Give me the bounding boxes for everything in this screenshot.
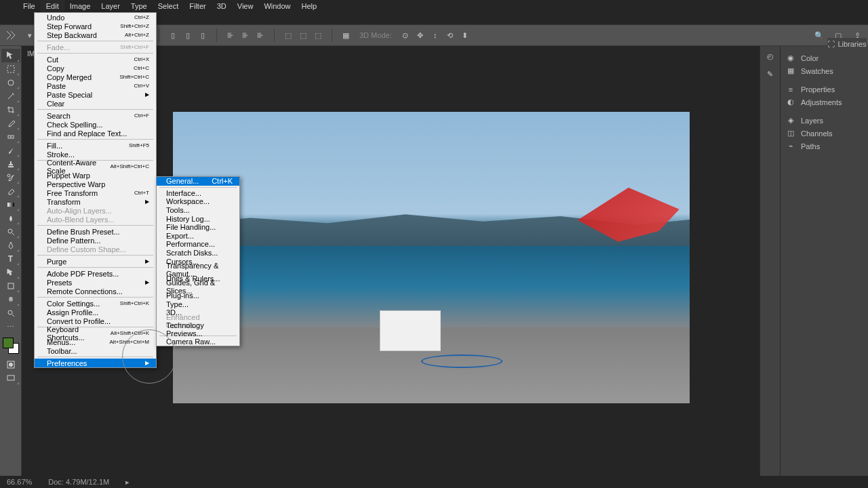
panel-adjustments[interactable]: ◐Adjustments bbox=[781, 96, 868, 108]
pen-tool[interactable] bbox=[1, 239, 20, 252]
menu-item-content-aware-scale[interactable]: Content-Aware ScaleAlt+Shift+Ctrl+C bbox=[35, 162, 156, 171]
submenu-item-camera-raw---[interactable]: Camera Raw... bbox=[157, 338, 239, 346]
menu-item-preferences[interactable]: Preferences▶ bbox=[35, 359, 156, 367]
dodge-tool[interactable] bbox=[1, 225, 20, 239]
menu-item-define-brush-preset---[interactable]: Define Brush Preset... bbox=[35, 227, 156, 236]
menu-item-free-transform[interactable]: Free TransformCtrl+T bbox=[35, 188, 156, 197]
menu-item-find-and-replace-text---[interactable]: Find and Replace Text... bbox=[35, 129, 156, 138]
menu-item-undo[interactable]: UndoCtrl+Z bbox=[35, 13, 156, 22]
align-h-icon[interactable]: ▯ bbox=[197, 30, 208, 41]
menu-item-clear[interactable]: Clear bbox=[35, 99, 156, 108]
move-tool[interactable] bbox=[1, 49, 20, 62]
submenu-item-history-log---[interactable]: History Log... bbox=[157, 214, 239, 223]
menu-window[interactable]: Window bbox=[258, 0, 296, 12]
zoom-tool[interactable] bbox=[1, 306, 20, 320]
auto-icon[interactable]: ⬚ bbox=[283, 30, 294, 41]
menu-item-paste[interactable]: PasteCtrl+V bbox=[35, 81, 156, 90]
submenu-item-technology-previews---[interactable]: Technology Previews... bbox=[157, 325, 239, 334]
menu-file[interactable]: File bbox=[18, 0, 41, 12]
eraser-tool[interactable] bbox=[1, 184, 20, 198]
menu-item-puppet-warp[interactable]: Puppet Warp bbox=[35, 171, 156, 180]
menu-item-step-forward[interactable]: Step ForwardShift+Ctrl+Z bbox=[35, 22, 156, 30]
panel-properties[interactable]: ≡Properties bbox=[781, 83, 868, 96]
menu-filter[interactable]: Filter bbox=[184, 0, 211, 12]
submenu-item-tools---[interactable]: Tools... bbox=[157, 206, 239, 215]
menu-item-check-spelling---[interactable]: Check Spelling... bbox=[35, 120, 156, 129]
menu-help[interactable]: Help bbox=[296, 0, 323, 12]
panel-swatches[interactable]: ▦Swatches bbox=[781, 64, 868, 77]
doc-size[interactable]: Doc: 4.79M/12.1M bbox=[48, 478, 109, 486]
menu-view[interactable]: View bbox=[232, 0, 259, 12]
menu-item-paste-special[interactable]: Paste Special▶ bbox=[35, 90, 156, 99]
menu-edit[interactable]: Edit bbox=[41, 0, 64, 12]
menu-item-perspective-warp[interactable]: Perspective Warp bbox=[35, 180, 156, 188]
menu-item-transform[interactable]: Transform▶ bbox=[35, 197, 156, 206]
wand-tool[interactable] bbox=[1, 89, 20, 103]
history-icon[interactable]: ◴ bbox=[764, 50, 776, 62]
submenu-item-interface---[interactable]: Interface... bbox=[157, 189, 239, 198]
dolly-icon[interactable]: ↕ bbox=[430, 30, 441, 41]
mode-icon[interactable]: ▦ bbox=[340, 30, 351, 41]
menu-item-copy-merged[interactable]: Copy MergedShift+Ctrl+C bbox=[35, 73, 156, 81]
marquee-tool[interactable] bbox=[1, 62, 20, 76]
gradient-tool[interactable] bbox=[1, 198, 20, 211]
menu-item-copy[interactable]: CopyCtrl+C bbox=[35, 64, 156, 73]
status-arrow[interactable]: ▸ bbox=[125, 478, 130, 487]
rotate-icon[interactable]: ⟲ bbox=[445, 30, 456, 41]
slide-icon[interactable]: ⬍ bbox=[460, 30, 471, 41]
menu-3d[interactable]: 3D bbox=[212, 0, 232, 12]
menu-item-convert-to-profile---[interactable]: Convert to Profile... bbox=[35, 317, 156, 325]
brush-tool[interactable] bbox=[1, 144, 20, 157]
menu-item-presets[interactable]: Presets▶ bbox=[35, 278, 156, 287]
submenu-item-transparency---gamut---[interactable]: Transparency & Gamut... bbox=[157, 266, 239, 274]
auto-icon[interactable]: ⬚ bbox=[298, 30, 309, 41]
panel-color[interactable]: ◉Color bbox=[781, 52, 868, 64]
panel-libraries[interactable]: ⛶Libraries bbox=[827, 38, 867, 50]
menu-item-remote-connections---[interactable]: Remote Connections... bbox=[35, 287, 156, 296]
submenu-item-guides--grid---slices---[interactable]: Guides, Grid & Slices... bbox=[157, 283, 239, 291]
zoom-level[interactable]: 66.67% bbox=[7, 478, 32, 486]
align-h-icon[interactable]: ▯ bbox=[167, 30, 178, 41]
orbit-icon[interactable]: ⊙ bbox=[400, 30, 411, 41]
submenu-item-export---[interactable]: Export... bbox=[157, 232, 239, 241]
menu-item-color-settings---[interactable]: Color Settings...Shift+Ctrl+K bbox=[35, 299, 156, 308]
align-h-icon[interactable]: ▯ bbox=[182, 30, 193, 41]
menu-item-assign-profile---[interactable]: Assign Profile... bbox=[35, 308, 156, 317]
submenu-item-scratch-disks---[interactable]: Scratch Disks... bbox=[157, 249, 239, 258]
panel-paths[interactable]: ⌁Paths bbox=[781, 140, 868, 152]
submenu-item-general---[interactable]: General...Ctrl+K bbox=[157, 177, 239, 186]
tool-preset-icon[interactable] bbox=[5, 30, 16, 41]
quick-mask[interactable] bbox=[1, 358, 20, 371]
stamp-tool[interactable] bbox=[1, 157, 20, 171]
menu-item-cut[interactable]: CutCtrl+X bbox=[35, 55, 156, 64]
search-icon[interactable]: 🔍 bbox=[814, 30, 825, 41]
path-tool[interactable] bbox=[1, 266, 20, 279]
submenu-item-file-handling---[interactable]: File Handling... bbox=[157, 223, 239, 232]
edit-toolbar[interactable]: ⋯ bbox=[1, 320, 20, 333]
healing-tool[interactable] bbox=[1, 130, 20, 144]
menu-item-step-backward[interactable]: Step BackwardAlt+Ctrl+Z bbox=[35, 30, 156, 39]
hand-tool[interactable] bbox=[1, 293, 20, 306]
space-icon[interactable]: ⊪ bbox=[225, 30, 236, 41]
pan-icon[interactable]: ✥ bbox=[415, 30, 426, 41]
submenu-item-type---[interactable]: Type... bbox=[157, 300, 239, 308]
menu-image[interactable]: Image bbox=[64, 0, 96, 12]
auto-icon[interactable]: ⬚ bbox=[313, 30, 323, 41]
submenu-item-workspace---[interactable]: Workspace... bbox=[157, 197, 239, 206]
menu-item-search[interactable]: SearchCtrl+F bbox=[35, 111, 156, 120]
menu-item-define-pattern---[interactable]: Define Pattern... bbox=[35, 236, 156, 245]
menu-item-toolbar---[interactable]: Toolbar... bbox=[35, 346, 156, 355]
menu-item-purge[interactable]: Purge▶ bbox=[35, 257, 156, 266]
menu-item-fill---[interactable]: Fill...Shift+F5 bbox=[35, 141, 156, 150]
submenu-item-performance---[interactable]: Performance... bbox=[157, 240, 239, 249]
blur-tool[interactable] bbox=[1, 211, 20, 225]
menu-select[interactable]: Select bbox=[153, 0, 184, 12]
shape-tool[interactable] bbox=[1, 279, 20, 293]
panel-layers[interactable]: ◈Layers bbox=[781, 114, 868, 127]
type-tool[interactable]: T bbox=[1, 252, 20, 266]
space-icon[interactable]: ⊪ bbox=[255, 30, 266, 41]
menu-item-stroke---[interactable]: Stroke... bbox=[35, 150, 156, 159]
space-icon[interactable]: ⊪ bbox=[240, 30, 251, 41]
screen-mode[interactable] bbox=[1, 371, 20, 385]
menu-item-keyboard-shortcuts---[interactable]: Keyboard Shortcuts...Alt+Shift+Ctrl+K bbox=[35, 329, 156, 338]
